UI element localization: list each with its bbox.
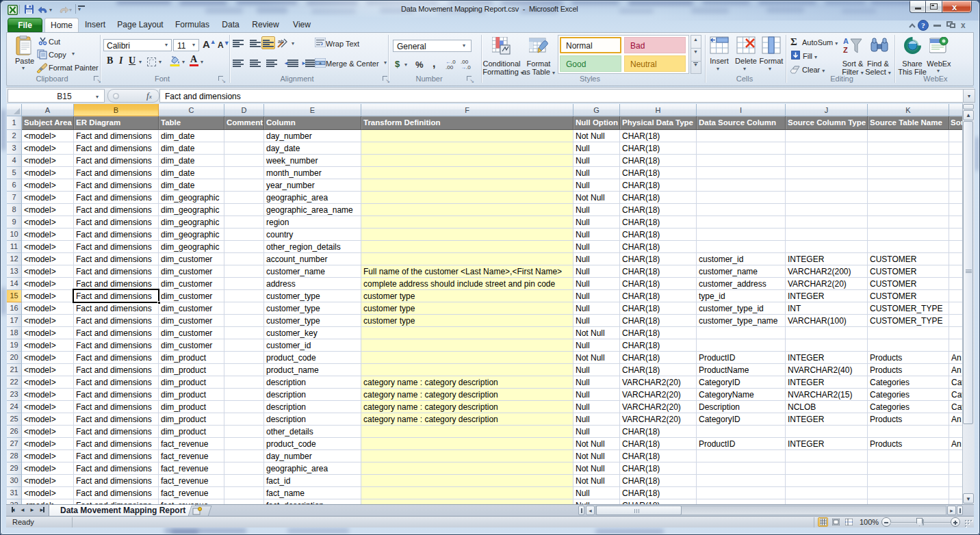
svg-text:A: A	[843, 37, 849, 45]
svg-text:ab: ab	[278, 38, 284, 44]
svg-text:?: ?	[921, 21, 925, 29]
svg-text:Z: Z	[843, 46, 848, 54]
